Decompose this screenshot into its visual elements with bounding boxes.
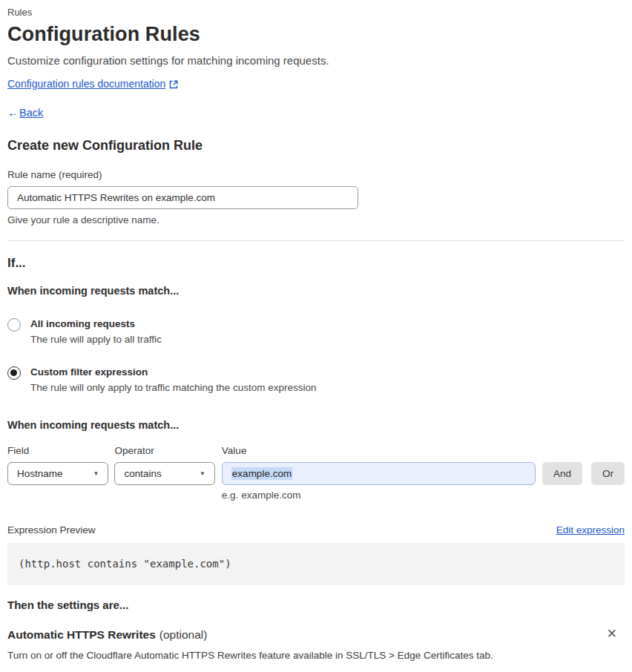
radio-option-description: The rule will only apply to traffic matc… bbox=[30, 381, 316, 394]
page-title: Configuration Rules bbox=[7, 22, 625, 47]
setting-description: Turn on or off the Cloudflare Automatic … bbox=[7, 649, 625, 662]
radio-option-description: The rule will apply to all traffic bbox=[30, 333, 162, 346]
setting-name: Automatic HTTPS Rewrites(optional) bbox=[7, 627, 207, 642]
back-link-label[interactable]: Back bbox=[19, 106, 43, 119]
breadcrumb: Rules bbox=[7, 7, 625, 19]
value-label: Value bbox=[222, 444, 536, 457]
expression-preview-code: (http.host contains "example.com") bbox=[7, 543, 625, 585]
setting-optional-label: (optional) bbox=[159, 628, 208, 641]
radio-option-label: All incoming requests bbox=[30, 317, 162, 330]
create-rule-heading: Create new Configuration Rule bbox=[7, 137, 625, 154]
back-arrow-icon: ← bbox=[7, 106, 19, 119]
radio-option-all-incoming[interactable]: All incoming requests The rule will appl… bbox=[7, 317, 625, 346]
documentation-link[interactable]: Configuration rules documentation bbox=[7, 77, 165, 90]
external-link-icon bbox=[169, 80, 178, 89]
radio-button-unselected[interactable] bbox=[7, 318, 21, 332]
operator-select-value: contains bbox=[124, 468, 161, 479]
chevron-down-icon: ▼ bbox=[93, 470, 99, 477]
radio-option-text: All incoming requests The rule will appl… bbox=[30, 317, 162, 346]
or-button[interactable]: Or bbox=[591, 462, 625, 485]
value-hint: e.g. example.com bbox=[222, 489, 536, 501]
field-label: Field bbox=[7, 444, 108, 457]
chevron-down-icon: ▼ bbox=[200, 470, 205, 477]
match-heading-1: When incoming requests match... bbox=[7, 284, 625, 297]
expression-preview-label: Expression Preview bbox=[7, 524, 96, 536]
expression-preview-row: Expression Preview Edit expression bbox=[7, 524, 625, 536]
back-link[interactable]: ← Back bbox=[7, 106, 625, 119]
match-heading-2: When incoming requests match... bbox=[7, 418, 625, 432]
operator-column: Operator contains ▼ bbox=[114, 444, 214, 485]
rule-name-hint: Give your rule a descriptive name. bbox=[7, 214, 625, 226]
radio-button-selected[interactable] bbox=[7, 366, 21, 380]
documentation-link-row: Configuration rules documentation bbox=[7, 77, 625, 90]
then-heading: Then the settings are... bbox=[7, 598, 625, 612]
if-heading: If... bbox=[7, 255, 625, 271]
section-divider bbox=[7, 240, 625, 241]
rule-name-label: Rule name (required) bbox=[7, 168, 625, 181]
value-column: Value example.com e.g. example.com bbox=[222, 444, 536, 501]
operator-label: Operator bbox=[114, 444, 214, 457]
field-column: Field Hostname ▼ bbox=[7, 444, 108, 485]
field-select-value: Hostname bbox=[17, 468, 63, 479]
edit-expression-link[interactable]: Edit expression bbox=[556, 524, 625, 536]
radio-option-custom-filter[interactable]: Custom filter expression The rule will o… bbox=[7, 366, 625, 394]
value-input[interactable]: example.com bbox=[222, 462, 536, 485]
close-icon[interactable]: ✕ bbox=[604, 627, 620, 640]
radio-option-label: Custom filter expression bbox=[30, 366, 316, 378]
setting-name-text: Automatic HTTPS Rewrites bbox=[7, 628, 156, 641]
setting-header: Automatic HTTPS Rewrites(optional) ✕ bbox=[7, 627, 625, 642]
value-input-text: example.com bbox=[231, 467, 292, 480]
radio-option-text: Custom filter expression The rule will o… bbox=[30, 366, 316, 394]
configuration-rules-page: Rules Configuration Rules Customize conf… bbox=[0, 0, 632, 672]
and-button[interactable]: And bbox=[542, 462, 582, 485]
page-description: Customize configuration settings for mat… bbox=[7, 53, 625, 68]
field-select[interactable]: Hostname ▼ bbox=[7, 462, 108, 485]
operator-select[interactable]: contains ▼ bbox=[114, 462, 214, 485]
rule-name-input[interactable] bbox=[7, 186, 358, 209]
expression-builder-row: Field Hostname ▼ Operator contains ▼ Val… bbox=[7, 444, 625, 501]
